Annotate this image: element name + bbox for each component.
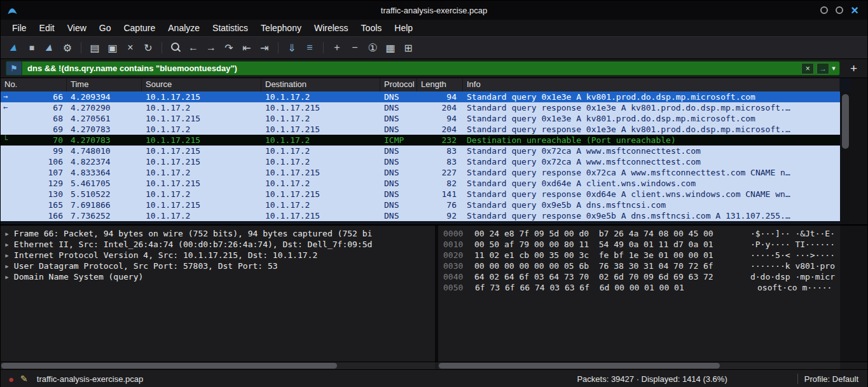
reload-file-icon[interactable]: ↻ bbox=[140, 39, 156, 56]
column-header[interactable]: Protocol bbox=[380, 78, 417, 92]
fit-columns-icon[interactable]: ⊞ bbox=[400, 39, 417, 56]
last-packet-icon[interactable]: ⇥ bbox=[256, 39, 273, 56]
wireshark-fin-icon bbox=[7, 5, 18, 16]
packet-row[interactable]: ←67 4.270290 10.1.17.2 10.1.17.215 DNS 2… bbox=[1, 102, 840, 113]
hex-row[interactable]: 004064 02 64 6f 03 64 73 70 02 6d 70 09 … bbox=[443, 271, 835, 282]
menu-item[interactable]: Telephony bbox=[254, 21, 308, 35]
save-file-icon[interactable]: ▣ bbox=[104, 39, 121, 56]
hex-row[interactable]: 000000 24 e8 7f 09 5d 00 d0 b7 26 4a 74 … bbox=[443, 228, 835, 239]
hex-offset: 0040 bbox=[443, 271, 467, 282]
display-filter-input[interactable]: ⚑ dns && !(dns.qry.name contains "bluemo… bbox=[6, 61, 840, 76]
horizontal-scrollbars bbox=[1, 362, 867, 369]
related-packet-mark: ← bbox=[3, 102, 8, 113]
filter-bookmark-icon[interactable]: ⚑ bbox=[6, 62, 22, 75]
detail-line[interactable]: Ethernet II, Src: Intel_26:4a:74 (00:d0:… bbox=[1, 239, 435, 250]
packet-row[interactable]: 106 4.822374 10.1.17.215 10.1.17.2 DNS 8… bbox=[1, 156, 840, 167]
filter-dropdown-icon[interactable]: ▾ bbox=[832, 64, 836, 72]
restart-capture-icon[interactable]: ▲ bbox=[39, 39, 60, 56]
hex-offset: 0020 bbox=[443, 250, 467, 261]
expand-caret-icon[interactable] bbox=[4, 272, 10, 282]
detail-line[interactable]: Frame 66: Packet, 94 bytes on wire (752 … bbox=[1, 228, 435, 239]
zoom-in-icon[interactable]: + bbox=[329, 39, 345, 56]
hex-row[interactable]: 001000 50 af 79 00 00 80 11 54 49 0a 01 … bbox=[443, 239, 835, 250]
minimize-button[interactable] bbox=[820, 6, 828, 14]
capture-options-icon[interactable]: ⚙ bbox=[59, 39, 76, 56]
scrollbar-thumb[interactable] bbox=[1, 363, 337, 369]
menu-item[interactable]: Statistics bbox=[206, 21, 254, 35]
column-header[interactable]: Time bbox=[67, 78, 142, 92]
add-filter-button[interactable]: + bbox=[846, 62, 861, 76]
menu-item[interactable]: File bbox=[6, 21, 33, 35]
packet-row[interactable]: 165 7.691866 10.1.17.215 10.1.17.2 DNS 7… bbox=[1, 200, 840, 210]
colorize-icon[interactable]: ≡ bbox=[301, 39, 318, 56]
packet-time-cell: 4.748010 bbox=[67, 146, 142, 156]
detail-line[interactable]: User Datagram Protocol, Src Port: 57803,… bbox=[1, 261, 435, 271]
packet-row[interactable]: 129 5.461705 10.1.17.215 10.1.17.2 DNS 8… bbox=[1, 178, 840, 189]
packet-no-cell: ←67 bbox=[1, 102, 67, 113]
packet-row[interactable]: └70 4.270783 10.1.17.215 10.1.17.2 ICMP … bbox=[1, 135, 840, 146]
go-to-packet-icon[interactable]: ↷ bbox=[221, 39, 237, 56]
filter-expression[interactable]: dns && !(dns.qry.name contains "bluemoon… bbox=[22, 64, 801, 73]
packet-row[interactable]: 130 5.510522 10.1.17.2 10.1.17.215 DNS 1… bbox=[1, 189, 840, 200]
auto-scroll-icon[interactable]: ⇓ bbox=[284, 39, 300, 56]
scrollbar-thumb[interactable] bbox=[439, 363, 720, 369]
menu-item[interactable]: Edit bbox=[33, 21, 61, 35]
menu-item[interactable]: View bbox=[61, 21, 93, 35]
next-packet-icon[interactable]: → bbox=[203, 39, 219, 56]
menu-item[interactable]: Analyze bbox=[162, 21, 206, 35]
maximize-button[interactable] bbox=[836, 6, 843, 14]
expand-caret-icon[interactable] bbox=[4, 261, 10, 271]
filter-clear-icon[interactable]: × bbox=[801, 63, 814, 74]
column-header[interactable]: Info bbox=[463, 78, 840, 92]
hex-row[interactable]: 00506f 73 6f 66 74 03 63 6f 6d 00 00 01 … bbox=[443, 282, 835, 293]
packet-row[interactable]: 166 7.736252 10.1.17.2 10.1.17.215 DNS 9… bbox=[1, 210, 840, 221]
expand-caret-icon[interactable] bbox=[4, 250, 10, 260]
detail-line-text: Domain Name System (query) bbox=[14, 272, 144, 282]
stop-capture-icon[interactable]: ■ bbox=[24, 39, 40, 56]
menu-item[interactable]: Go bbox=[93, 21, 118, 35]
zoom-out-icon[interactable]: − bbox=[347, 39, 363, 56]
packet-row[interactable]: 68 4.270561 10.1.17.215 10.1.17.2 DNS 94… bbox=[1, 113, 840, 124]
column-header[interactable]: Length bbox=[417, 78, 463, 92]
previous-packet-icon[interactable]: ← bbox=[185, 39, 202, 56]
packet-row[interactable]: 69 4.270783 10.1.17.2 10.1.17.215 DNS 20… bbox=[1, 124, 840, 135]
expand-caret-icon[interactable] bbox=[4, 240, 10, 249]
menu-item[interactable]: Capture bbox=[117, 21, 162, 35]
column-header[interactable]: Source bbox=[142, 78, 261, 92]
profile-selector[interactable]: Profile: Default bbox=[804, 374, 858, 384]
expert-info-icon[interactable]: ● bbox=[8, 374, 14, 384]
scrollbar-thumb[interactable] bbox=[842, 94, 849, 149]
column-header[interactable]: Destination bbox=[261, 78, 380, 92]
resize-columns-icon[interactable]: ▦ bbox=[382, 39, 399, 56]
packet-list-vertical-scrollbar[interactable] bbox=[841, 92, 850, 224]
menu-item[interactable]: Tools bbox=[355, 21, 389, 35]
hex-row[interactable]: 002011 02 e1 cb 00 35 00 3c fe bf 1e 3e … bbox=[443, 250, 835, 261]
find-packet-icon[interactable] bbox=[167, 39, 184, 56]
packet-no-cell: └70 bbox=[1, 135, 67, 146]
expand-caret-icon[interactable] bbox=[4, 229, 10, 238]
menu-item[interactable]: Help bbox=[388, 21, 419, 35]
window-title: traffic-analysis-exercise.pcap bbox=[1, 6, 867, 15]
hex-horizontal-scrollbar[interactable] bbox=[438, 362, 840, 369]
hex-bytes: 64 02 64 6f 03 64 73 70 02 6d 70 09 6d 6… bbox=[474, 271, 717, 282]
packet-row[interactable]: 99 4.748010 10.1.17.215 10.1.17.2 DNS 83… bbox=[1, 146, 840, 156]
detail-line[interactable]: Domain Name System (query) bbox=[1, 271, 435, 282]
column-header[interactable]: No. bbox=[1, 78, 67, 92]
packet-row[interactable]: 107 4.833364 10.1.17.2 10.1.17.215 DNS 2… bbox=[1, 167, 840, 178]
detail-horizontal-scrollbar[interactable] bbox=[1, 362, 435, 369]
hex-row[interactable]: 003000 00 00 00 00 00 05 6b 76 38 30 31 … bbox=[443, 261, 835, 271]
close-file-icon[interactable]: × bbox=[122, 39, 139, 56]
packet-row[interactable]: →66 4.209394 10.1.17.215 10.1.17.2 DNS 9… bbox=[1, 92, 840, 102]
menu-item[interactable]: Wireless bbox=[308, 21, 355, 35]
filter-apply-icon[interactable]: → bbox=[816, 63, 829, 74]
zoom-100-icon[interactable]: ① bbox=[364, 39, 381, 56]
packet-time-cell: 4.270783 bbox=[67, 124, 142, 135]
detail-line[interactable]: Internet Protocol Version 4, Src: 10.1.1… bbox=[1, 250, 435, 261]
packet-length-cell: 83 bbox=[417, 156, 463, 167]
first-packet-icon[interactable]: ⇤ bbox=[238, 39, 255, 56]
packet-info-cell: Standard query response 0x72ca A www.msf… bbox=[463, 167, 840, 178]
close-button[interactable]: × bbox=[851, 6, 858, 15]
capture-comment-icon[interactable]: ✎ bbox=[20, 374, 28, 384]
start-capture-icon[interactable]: ▲ bbox=[4, 39, 24, 56]
open-file-icon[interactable]: ▤ bbox=[86, 39, 103, 56]
